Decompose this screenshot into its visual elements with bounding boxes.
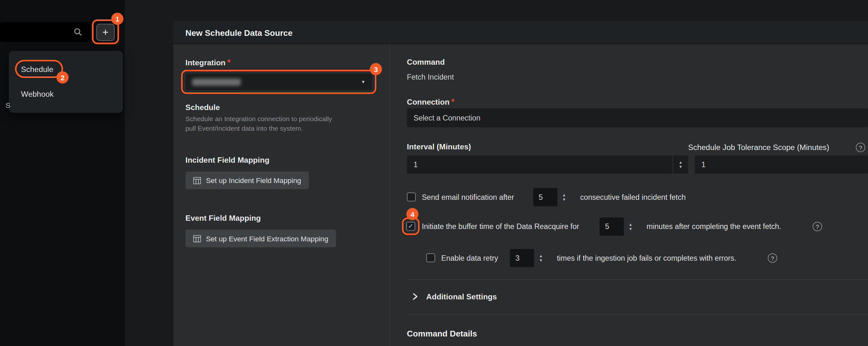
buffer-count-field[interactable] — [599, 217, 624, 236]
add-data-source-button[interactable]: + — [96, 24, 115, 41]
email-notification-suffix: consecutive failed incident fetch — [580, 193, 686, 201]
chevron-down-icon: ▼ — [361, 79, 365, 84]
buffer-time-checkbox[interactable]: ✓ — [406, 222, 415, 231]
search-input[interactable] — [0, 22, 90, 42]
menu-item-schedule[interactable]: Schedule — [21, 65, 53, 74]
section-divider — [407, 314, 868, 315]
tolerance-label: Schedule Job Tolerance Scope (Minutes) — [688, 143, 829, 151]
annotation-badge-3: 3 — [370, 63, 382, 75]
buffer-count-stepper: ▲ ▼ — [624, 217, 637, 236]
connection-select[interactable]: Select a Connection — [407, 108, 868, 127]
stepper-up-icon[interactable]: ▲ — [562, 193, 566, 197]
screenshot-root: + 1 Schedule Webhook 2 S New Schedule Da… — [0, 0, 868, 346]
retry-count-stepper: ▲ ▼ — [534, 249, 548, 267]
tolerance-input-field[interactable] — [695, 161, 868, 169]
connection-select-value: Select a Connection — [407, 113, 480, 122]
email-count-stepper: ▲ ▼ — [558, 188, 571, 206]
schedule-heading: Schedule — [185, 103, 220, 112]
interval-input-field[interactable] — [407, 161, 673, 169]
retry-count-field[interactable] — [510, 249, 534, 267]
incident-field-mapping-button-label: Set up Incident Field Mapping — [206, 176, 301, 184]
email-notification-label[interactable]: Send email notification after — [422, 193, 514, 201]
column-divider — [389, 44, 390, 346]
section-divider — [407, 279, 868, 280]
annotation-badge-4: 4 — [406, 208, 418, 220]
data-retry-suffix: times if the ingestion job fails or comp… — [557, 254, 736, 262]
stepper-down-icon[interactable]: ▼ — [679, 165, 683, 169]
table-icon — [193, 235, 201, 242]
event-field-mapping-button[interactable]: Set up Event Field Extraction Mapping — [185, 230, 336, 247]
integration-select[interactable]: ▼ — [185, 74, 372, 90]
required-asterisk: * — [451, 97, 455, 106]
event-field-mapping-heading: Event Field Mapping — [185, 213, 260, 222]
chevron-right-icon[interactable] — [412, 293, 418, 303]
data-retry-checkbox[interactable] — [426, 253, 435, 262]
incident-field-mapping-heading: Incident Field Mapping — [185, 155, 270, 164]
page-title: New Schedule Data Source — [185, 28, 292, 38]
incident-field-mapping-button[interactable]: Set up Incident Field Mapping — [185, 172, 309, 189]
tolerance-input — [695, 155, 868, 174]
email-notification-checkbox[interactable] — [407, 193, 416, 201]
retry-count-input: ▲ ▼ — [510, 249, 548, 267]
help-icon[interactable]: ? — [768, 253, 777, 263]
stepper-down-icon[interactable]: ▼ — [562, 197, 566, 202]
stepper-down-icon[interactable]: ▼ — [539, 258, 543, 263]
stepper-up-icon[interactable]: ▲ — [539, 254, 543, 258]
interval-stepper: ▲ ▼ — [673, 155, 688, 174]
annotation-badge-1: 1 — [112, 13, 123, 25]
additional-settings-toggle[interactable]: Additional Settings — [426, 292, 497, 301]
interval-label: Interval (Minutes) — [407, 142, 471, 151]
stepper-down-icon[interactable]: ▼ — [629, 227, 632, 231]
data-retry-label[interactable]: Enable data retry — [441, 254, 498, 262]
buffer-time-label[interactable]: Initiate the buffer time of the Data Rea… — [422, 222, 579, 231]
schedule-description-line1: Schedule an Integration connection to pe… — [185, 115, 332, 123]
buffer-time-suffix: minutes after completing the event fetch… — [647, 222, 781, 231]
integration-value-redacted — [192, 78, 241, 85]
menu-item-webhook[interactable]: Webhook — [21, 90, 54, 99]
clipped-background-text: S — [5, 101, 10, 109]
command-label: Command — [407, 58, 445, 66]
connection-label: Connection* — [407, 97, 455, 107]
stepper-up-icon[interactable]: ▲ — [629, 222, 632, 227]
table-icon — [193, 177, 201, 184]
integration-label: Integration* — [185, 58, 230, 67]
check-icon: ✓ — [408, 223, 413, 230]
search-icon — [74, 28, 83, 36]
schedule-description-line2: pull Event/Incident data into the system… — [185, 124, 303, 132]
event-field-mapping-button-label: Set up Event Field Extraction Mapping — [206, 234, 329, 243]
interval-input: ▲ ▼ — [407, 155, 688, 174]
required-asterisk: * — [227, 58, 231, 67]
email-count-field[interactable] — [533, 188, 558, 206]
command-details-heading: Command Details — [407, 328, 477, 338]
command-value: Fetch Incident — [407, 73, 454, 81]
help-icon[interactable]: ? — [856, 143, 865, 152]
buffer-count-input: ▲ ▼ — [599, 217, 637, 236]
stepper-up-icon[interactable]: ▲ — [679, 160, 683, 165]
email-count-input: ▲ ▼ — [533, 188, 571, 206]
help-icon[interactable]: ? — [813, 222, 822, 231]
annotation-badge-2: 2 — [57, 71, 68, 83]
